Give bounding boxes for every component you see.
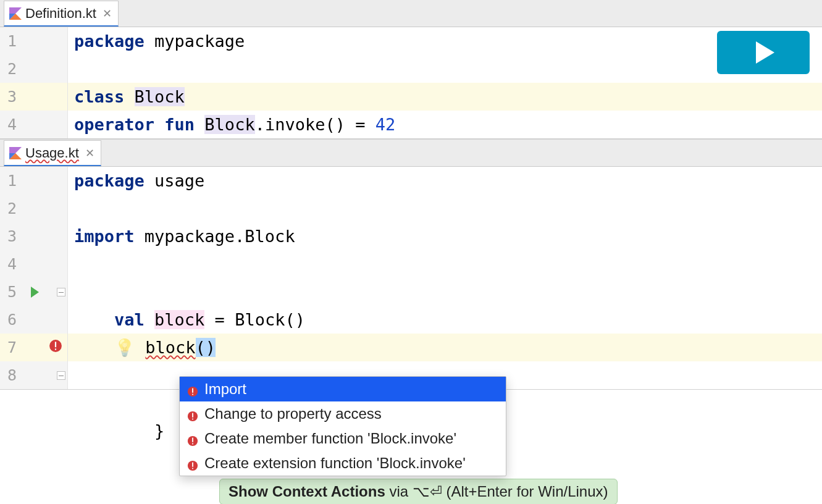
popup-item-property-access[interactable]: Change to property access (180, 401, 506, 426)
gutter-top: 1 2 3 4 (0, 27, 68, 138)
fold-toggle-icon[interactable] (57, 371, 65, 380)
error-bulb-icon (187, 384, 198, 395)
popup-item-label: Create extension function 'Block.invoke' (204, 455, 466, 472)
code-line[interactable] (68, 195, 822, 222)
line-number: 1 (0, 167, 67, 195)
run-gutter-icon[interactable] (31, 287, 39, 298)
svg-rect-10 (192, 388, 193, 393)
line-number: 4 (0, 250, 67, 278)
kotlin-file-icon (9, 147, 22, 159)
code-line[interactable] (68, 55, 822, 83)
code-line[interactable]: fun main() { (68, 278, 822, 306)
gutter-bottom: 1 2 3 4 5 6 7 8 (0, 167, 68, 389)
intention-actions-popup[interactable]: Import Change to property access Create … (179, 376, 506, 476)
error-bulb-icon (187, 433, 198, 444)
code-line[interactable] (68, 250, 822, 278)
code-line[interactable]: package usage (68, 167, 822, 195)
fold-toggle-icon[interactable] (57, 288, 65, 296)
popup-item-label: Change to property access (204, 405, 382, 422)
code-line[interactable]: package mypackage (68, 27, 822, 55)
line-number: 4 (0, 111, 67, 138)
svg-rect-17 (192, 443, 193, 445)
tab-label: Usage.kt (25, 145, 79, 161)
tab-bar-top: Definition.kt ✕ (0, 0, 822, 27)
tab-label: Definition.kt (25, 6, 96, 22)
line-number: 3 (0, 83, 67, 111)
error-bulb-icon (187, 458, 198, 469)
svg-rect-20 (192, 468, 193, 469)
popup-item-label: Import (204, 380, 246, 398)
code-line[interactable]: class Block (68, 83, 822, 111)
close-icon[interactable]: ✕ (85, 146, 94, 160)
error-bulb-icon (187, 408, 198, 419)
svg-rect-8 (55, 348, 56, 350)
play-icon (756, 41, 774, 64)
tab-usage[interactable]: Usage.kt ✕ (4, 140, 101, 166)
editor-pane-definition: Definition.kt ✕ 1 2 3 4 package mypackag… (0, 0, 822, 139)
code-line[interactable]: import mypackage.Block (68, 222, 822, 250)
editor-bottom[interactable]: 1 2 3 4 5 6 7 8 package usage import myp… (0, 167, 822, 389)
tab-definition[interactable]: Definition.kt ✕ (4, 1, 119, 27)
close-icon[interactable]: ✕ (103, 7, 112, 20)
svg-rect-19 (192, 463, 193, 467)
editor-top[interactable]: 1 2 3 4 package mypackage class Block op… (0, 27, 822, 138)
svg-rect-7 (55, 342, 56, 347)
code-line[interactable]: operator fun Block.invoke() = 42 (68, 111, 822, 138)
hint-bold: Show Context Actions (229, 483, 385, 500)
line-number: 2 (0, 195, 67, 222)
context-actions-hint: Show Context Actions via ⌥⏎ (Alt+Enter f… (219, 479, 618, 504)
popup-item-label: Create member function 'Block.invoke' (204, 430, 456, 447)
run-button[interactable] (717, 31, 810, 74)
svg-rect-14 (192, 419, 193, 420)
popup-item-create-member[interactable]: Create member function 'Block.invoke' (180, 426, 506, 451)
line-number: 6 (0, 306, 67, 334)
hint-mid: via ⌥⏎ (385, 483, 447, 500)
line-number: 3 (0, 222, 67, 250)
line-number: 7 (0, 334, 67, 361)
popup-item-create-extension[interactable]: Create extension function 'Block.invoke' (180, 451, 506, 476)
code-line[interactable]: 💡 block() (68, 334, 822, 361)
svg-rect-16 (192, 438, 193, 442)
kotlin-file-icon (9, 7, 22, 20)
tab-bar-bottom: Usage.kt ✕ (0, 140, 822, 167)
svg-rect-11 (192, 394, 193, 395)
editor-pane-usage: Usage.kt ✕ 1 2 3 4 5 6 7 8 package usage (0, 139, 822, 390)
code-area-bottom[interactable]: package usage import mypackage.Block fun… (68, 167, 822, 389)
code-area-top[interactable]: package mypackage class Block operator f… (68, 27, 822, 138)
line-number: 2 (0, 55, 67, 83)
code-line[interactable]: val block = Block() (68, 306, 822, 334)
line-number: 1 (0, 27, 67, 55)
svg-rect-13 (192, 413, 193, 418)
intention-bulb-icon[interactable] (49, 334, 62, 361)
hint-tail: (Alt+Enter for Win/Linux) (446, 483, 608, 500)
popup-item-import[interactable]: Import (180, 377, 506, 401)
